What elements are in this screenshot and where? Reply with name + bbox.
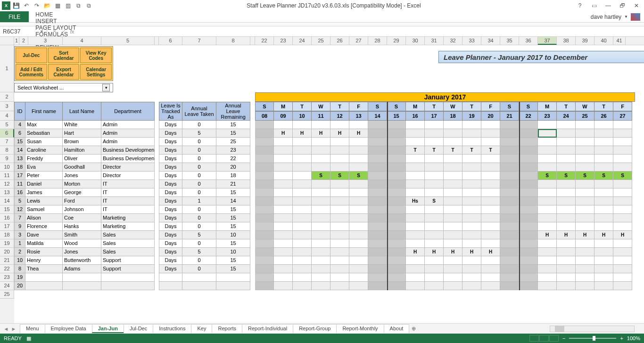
calendar-cell[interactable] [500,121,519,129]
staff-row[interactable]: 3DaveSmithSalesDays510 [14,231,250,239]
fx-icon[interactable]: fx [69,29,77,34]
cell-remain[interactable]: 20 [216,163,250,172]
cell-last[interactable]: Goodhall [63,163,101,172]
ribbon-options-icon[interactable]: ▭ [588,1,600,10]
calendar-cell[interactable] [312,121,330,129]
calendar-cell[interactable] [368,239,387,248]
calendar-cell[interactable] [368,146,387,155]
calendar-cell[interactable] [387,265,406,273]
cell-taken[interactable]: 0 [182,265,216,273]
calendar-cell[interactable]: H [444,248,462,256]
calendar-cell[interactable] [557,239,576,248]
calendar-cell[interactable] [481,172,500,180]
cell-unit[interactable]: Days [159,155,182,163]
user-dropdown-icon[interactable]: ▼ [624,15,628,19]
row-header[interactable]: 9 [0,155,14,163]
cell-id[interactable]: 18 [14,163,25,172]
cell-unit[interactable]: Days [159,205,182,214]
calendar-cell[interactable] [349,231,368,239]
calendar-cell[interactable] [425,138,444,146]
column-header[interactable]: 5 [101,37,155,45]
calendar-cell[interactable] [444,188,462,197]
calendar-cell[interactable]: H [538,231,557,239]
cell-id[interactable]: 2 [14,248,25,256]
calendar-cell[interactable] [444,222,462,231]
calendar-cell[interactable] [481,231,500,239]
cell-id[interactable]: 10 [14,256,25,265]
calendar-cell[interactable] [519,256,538,265]
calendar-cell[interactable] [500,180,519,188]
calendar-cell[interactable] [274,265,293,273]
sheet-tab-jul-dec[interactable]: Jul-Dec [124,324,153,333]
cell-dept[interactable] [101,273,155,282]
calendar-cell[interactable] [444,214,462,222]
calendar-cell[interactable] [368,180,387,188]
row-header[interactable]: 6 [0,129,14,138]
calendar-cell[interactable] [425,239,444,248]
cell-remain[interactable]: 14 [216,197,250,205]
calendar-cell[interactable] [500,265,519,273]
panel-button-calendar-settings[interactable]: Calendar Settings [80,64,112,80]
calendar-cell[interactable] [613,222,632,231]
column-header[interactable]: 23 [274,37,293,45]
calendar-cell[interactable] [462,138,481,146]
cell-last[interactable]: Ford [63,197,101,205]
column-header[interactable]: 28 [368,37,387,45]
calendar-cell[interactable] [255,188,274,197]
cell-taken[interactable] [182,282,216,290]
calendar-cell[interactable]: S [594,172,613,180]
calendar-cell[interactable] [557,265,576,273]
calendar-cell[interactable] [406,163,425,172]
column-header[interactable] [250,37,255,45]
cell-remain[interactable]: 15 [216,188,250,197]
staff-row[interactable]: 10HenryButterworthSupportDays015 [14,256,250,265]
sheet-nav-next-icon[interactable]: ► [10,326,17,332]
calendar-cell[interactable] [368,231,387,239]
calendar-cell[interactable] [444,138,462,146]
calendar-cell[interactable] [519,197,538,205]
calendar-cell[interactable] [255,155,274,163]
cell-remain[interactable]: 22 [216,155,250,163]
calendar-cell[interactable] [255,129,274,138]
row-header[interactable]: 12 [0,180,14,188]
calendar-cell[interactable] [330,214,349,222]
calendar-cell[interactable] [613,197,632,205]
calendar-cell[interactable] [387,197,406,205]
calendar-cell[interactable] [594,146,613,155]
calendar-cell[interactable] [594,239,613,248]
sheet-tab-instructions[interactable]: Instructions [153,324,191,333]
row-header[interactable]: 17 [0,222,14,231]
row-header[interactable]: 23 [0,273,14,282]
cell-remain[interactable]: 15 [216,121,250,129]
excel-icon[interactable]: X [2,1,10,10]
row-header[interactable]: 4 [0,111,14,121]
cell-id[interactable]: 5 [14,197,25,205]
calendar-cell[interactable] [576,163,594,172]
calendar-cell[interactable] [406,214,425,222]
cell-id[interactable]: 14 [14,146,25,155]
calendar-cell[interactable]: S [312,172,330,180]
calendar-cell[interactable] [594,163,613,172]
cell-remain[interactable]: 23 [216,146,250,155]
calendar-cell[interactable] [368,121,387,129]
zoom-out-icon[interactable]: − [562,335,565,341]
calendar-cell[interactable] [500,138,519,146]
calendar-cell[interactable] [406,231,425,239]
cell-dept[interactable]: Marketing [101,214,155,222]
calendar-cell[interactable] [255,197,274,205]
calendar-cell[interactable] [406,188,425,197]
calendar-cell[interactable] [576,146,594,155]
calendar-cell[interactable] [538,155,557,163]
help-icon[interactable]: ? [574,1,586,10]
calendar-cell[interactable] [349,188,368,197]
calendar-cell[interactable] [481,188,500,197]
column-header[interactable]: 6 [159,37,182,45]
calendar-cell[interactable] [519,265,538,273]
calendar-cell[interactable] [293,205,312,214]
calendar-cell[interactable] [500,222,519,231]
calendar-cell[interactable] [462,239,481,248]
restore-icon[interactable]: 🗗 [617,1,628,10]
column-header[interactable]: 2 [19,37,28,45]
calendar-cell[interactable] [613,214,632,222]
calendar-cell[interactable] [462,265,481,273]
